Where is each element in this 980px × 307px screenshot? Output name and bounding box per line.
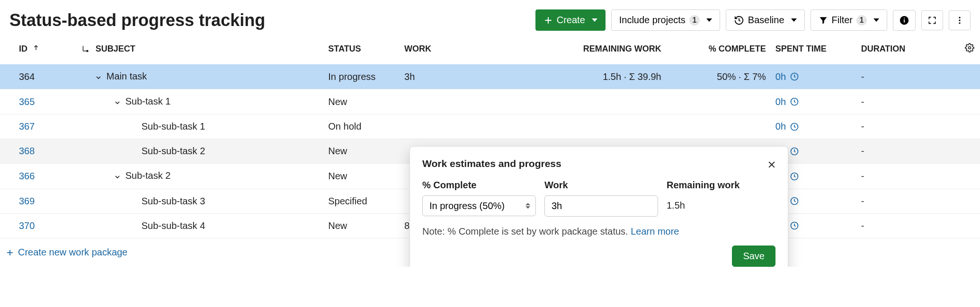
work-label: Work bbox=[544, 180, 658, 191]
wp-complete[interactable] bbox=[666, 114, 771, 139]
learn-more-link[interactable]: Learn more bbox=[631, 226, 679, 237]
filter-button[interactable]: Filter 1 bbox=[811, 9, 887, 31]
col-id-label: ID bbox=[19, 44, 27, 53]
sort-asc-icon bbox=[33, 44, 39, 52]
col-settings[interactable] bbox=[952, 37, 980, 64]
col-remaining[interactable]: REMAINING WORK bbox=[543, 37, 666, 64]
wp-id-link[interactable]: 366 bbox=[19, 171, 35, 181]
wp-complete[interactable]: 50% · Σ 7% bbox=[666, 64, 771, 89]
col-subject-label: SUBJECT bbox=[96, 44, 135, 53]
filter-label: Filter bbox=[832, 15, 853, 26]
wp-remaining[interactable]: 1.5h · Σ 39.9h bbox=[543, 64, 666, 89]
include-projects-count: 1 bbox=[689, 15, 700, 26]
wp-duration: - bbox=[861, 146, 864, 156]
wp-work[interactable] bbox=[400, 114, 542, 139]
filter-count: 1 bbox=[856, 15, 867, 26]
create-work-package-label: Create new work package bbox=[18, 247, 127, 258]
info-button[interactable] bbox=[893, 10, 916, 31]
wp-id-link[interactable]: 364 bbox=[19, 71, 35, 82]
wp-spent-time[interactable]: 0h bbox=[775, 121, 799, 132]
create-label: Create bbox=[557, 15, 585, 26]
page-title: Status-based progress tracking bbox=[9, 10, 265, 30]
baseline-button[interactable]: Baseline bbox=[726, 9, 805, 31]
wp-id-link[interactable]: 368 bbox=[19, 146, 35, 156]
wp-id-link[interactable]: 365 bbox=[19, 96, 35, 107]
expand-toggle[interactable] bbox=[113, 171, 122, 182]
wp-status: New bbox=[323, 213, 400, 238]
wp-status: In progress bbox=[323, 64, 400, 89]
wp-remaining[interactable] bbox=[543, 114, 666, 139]
remaining-work-label: Remaining work bbox=[667, 180, 739, 191]
col-duration[interactable]: DURATION bbox=[856, 37, 952, 64]
expand-toggle[interactable] bbox=[113, 96, 122, 107]
svg-point-6 bbox=[959, 19, 960, 21]
table-row[interactable]: 364Main taskIn progress3h1.5h · Σ 39.9h5… bbox=[0, 64, 980, 89]
svg-point-10 bbox=[969, 47, 971, 49]
gear-icon bbox=[965, 43, 974, 53]
remaining-work-value: 1.5h bbox=[667, 195, 739, 216]
create-button[interactable]: Create bbox=[535, 9, 606, 31]
col-status[interactable]: STATUS bbox=[323, 37, 400, 64]
include-projects-button[interactable]: Include projects 1 bbox=[611, 9, 720, 31]
wp-status: New bbox=[323, 139, 400, 164]
wp-duration: - bbox=[861, 196, 864, 206]
wp-spent-time[interactable]: 0h bbox=[775, 96, 799, 107]
wp-duration: - bbox=[861, 71, 864, 82]
popover-note: Note: % Complete is set by work package … bbox=[422, 226, 775, 237]
history-icon bbox=[734, 15, 744, 26]
plus-icon bbox=[543, 16, 553, 25]
more-button[interactable] bbox=[949, 10, 971, 30]
popover-note-text: Note: % Complete is set by work package … bbox=[422, 226, 631, 237]
percent-complete-select[interactable]: In progress (50%) bbox=[422, 195, 536, 216]
wp-work[interactable]: 3h bbox=[400, 64, 542, 89]
wp-subject: Sub-sub-task 3 bbox=[142, 196, 205, 206]
save-button[interactable]: Save bbox=[732, 246, 775, 267]
wp-status: New bbox=[323, 89, 400, 114]
wp-duration: - bbox=[861, 96, 864, 107]
include-projects-label: Include projects bbox=[619, 15, 686, 26]
wp-id-link[interactable]: 370 bbox=[19, 220, 35, 231]
wp-subject: Sub-sub-task 4 bbox=[142, 220, 205, 231]
work-estimates-popover: Work estimates and progress % Complete I… bbox=[410, 146, 788, 267]
col-id[interactable]: ID bbox=[0, 37, 76, 64]
svg-point-5 bbox=[959, 17, 960, 18]
fullscreen-button[interactable] bbox=[921, 10, 943, 30]
table-row[interactable]: 365Sub-task 1New0h - bbox=[0, 89, 980, 114]
col-complete[interactable]: % COMPLETE bbox=[666, 37, 771, 64]
table-row[interactable]: 367Sub-sub-task 1On hold0h - bbox=[0, 114, 980, 139]
chevron-down-icon bbox=[791, 18, 797, 22]
wp-id-link[interactable]: 367 bbox=[19, 121, 35, 132]
create-work-package-link[interactable]: + Create new work package bbox=[7, 246, 127, 259]
wp-status: On hold bbox=[323, 114, 400, 139]
wp-duration: - bbox=[861, 171, 864, 181]
filter-icon bbox=[819, 16, 828, 25]
wp-subject: Sub-task 2 bbox=[125, 170, 171, 181]
chevron-down-icon bbox=[873, 18, 879, 22]
wp-complete[interactable] bbox=[666, 89, 771, 114]
wp-spent-time[interactable]: 0h bbox=[775, 71, 799, 82]
info-icon bbox=[899, 15, 909, 26]
wp-work[interactable] bbox=[400, 89, 542, 114]
wp-subject: Main task bbox=[107, 71, 147, 81]
col-work[interactable]: WORK bbox=[400, 37, 542, 64]
chevron-down-icon bbox=[706, 18, 712, 22]
fullscreen-icon bbox=[927, 16, 937, 25]
wp-subject: Sub-sub-task 1 bbox=[142, 121, 205, 132]
work-input[interactable] bbox=[544, 195, 658, 217]
wp-status: New bbox=[323, 164, 400, 189]
chevron-down-icon bbox=[592, 18, 597, 22]
expand-toggle[interactable] bbox=[94, 71, 103, 82]
wp-duration: - bbox=[861, 121, 864, 132]
svg-rect-3 bbox=[904, 19, 905, 22]
popover-title: Work estimates and progress bbox=[422, 158, 775, 169]
col-spent[interactable]: SPENT TIME bbox=[771, 37, 856, 64]
svg-point-9 bbox=[87, 51, 88, 52]
col-subject[interactable]: SUBJECT bbox=[76, 37, 324, 64]
wp-duration: - bbox=[861, 220, 864, 231]
close-button[interactable] bbox=[765, 156, 778, 175]
close-icon bbox=[767, 160, 776, 169]
wp-remaining[interactable] bbox=[543, 89, 666, 114]
wp-subject: Sub-sub-task 2 bbox=[142, 146, 205, 156]
wp-id-link[interactable]: 369 bbox=[19, 196, 35, 206]
percent-complete-label: % Complete bbox=[422, 180, 536, 191]
